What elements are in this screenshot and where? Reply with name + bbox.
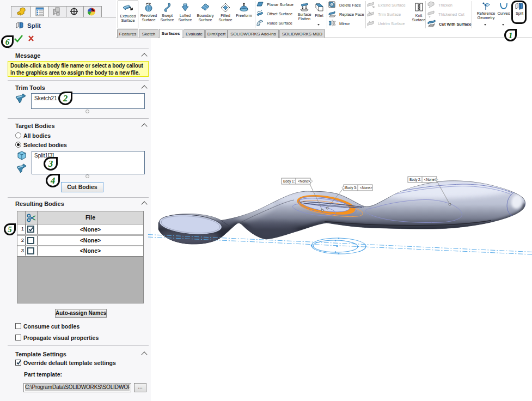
svg-text:<None>: <None> bbox=[424, 178, 437, 181]
svg-text:Body 1:: Body 1: bbox=[283, 179, 295, 184]
svg-text:<None>: <None> bbox=[298, 179, 310, 183]
svg-text:<None>: <None> bbox=[360, 186, 372, 190]
svg-text:Body 2:: Body 2: bbox=[409, 178, 421, 182]
svg-text:Body 3:: Body 3: bbox=[345, 186, 357, 190]
